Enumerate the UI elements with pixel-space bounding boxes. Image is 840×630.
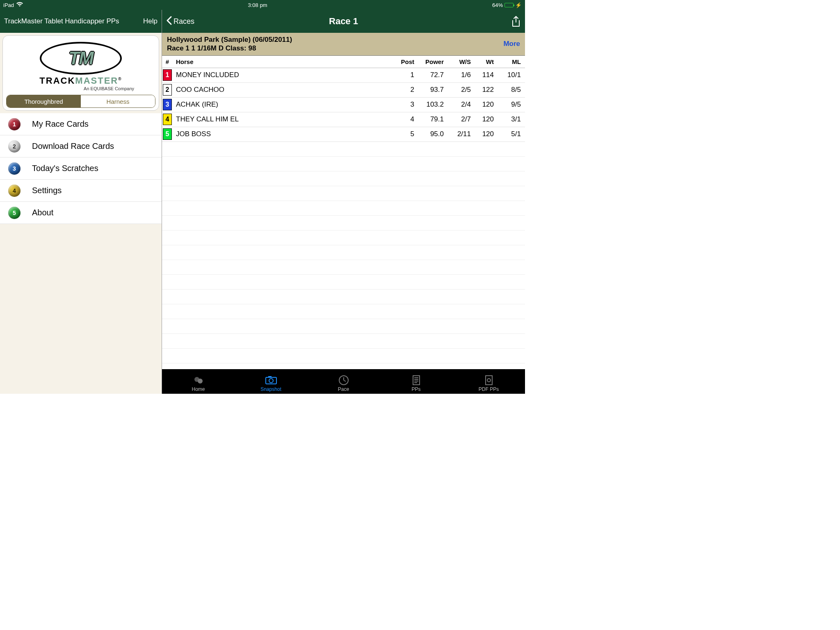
th-ws: W/S [444, 58, 471, 65]
svg-rect-4 [268, 376, 272, 378]
table-body: 1 MONEY INCLUDED 1 72.7 1/6 114 10/1 2 C… [162, 68, 525, 142]
clock: 3:08 pm [248, 2, 267, 8]
menu-label: Settings [32, 186, 62, 195]
cell-ws: 2/5 [444, 86, 471, 94]
cell-horse: MONEY INCLUDED [173, 71, 391, 79]
menu-label: Download Race Cards [32, 142, 114, 151]
menu-my-race-cards[interactable]: 1 My Race Cards [0, 113, 162, 135]
tab-pps[interactable]: PPs [392, 375, 441, 392]
th-horse: Horse [173, 58, 391, 65]
svg-point-8 [487, 379, 491, 382]
cell-ml: 8/5 [494, 86, 521, 94]
cell-wt: 120 [471, 115, 494, 123]
tab-pdf-pps[interactable]: PDF PPs [464, 375, 514, 392]
segment-thoroughbred[interactable]: Thoroughbred [7, 95, 81, 107]
tab-snapshot[interactable]: Snapshot [247, 375, 296, 392]
page-title: Race 1 [162, 16, 525, 27]
table-row[interactable]: 2 COO CACHOO 2 93.7 2/5 122 8/5 [162, 83, 525, 98]
cell-ws: 2/7 [444, 115, 471, 123]
segment-control[interactable]: Thoroughbred Harness [6, 95, 155, 108]
cell-power: 103.2 [414, 100, 444, 109]
menu: 1 My Race Cards 2 Download Race Cards 3 … [0, 113, 162, 224]
th-power: Power [414, 58, 444, 65]
cell-post: 2 [391, 86, 414, 94]
menu-label: Today's Scratches [32, 164, 98, 173]
menu-label: About [32, 208, 53, 217]
segment-harness[interactable]: Harness [81, 95, 155, 107]
device-label: iPad [3, 2, 14, 8]
cell-post: 5 [391, 130, 414, 138]
table-row[interactable]: 5 JOB BOSS 5 95.0 2/11 120 5/1 [162, 127, 525, 142]
logo-text: TRACKMASTER® [39, 75, 122, 86]
share-icon [511, 16, 521, 27]
cell-power: 72.7 [414, 71, 444, 79]
cell-power: 79.1 [414, 115, 444, 123]
tab-pace[interactable]: Pace [319, 375, 368, 392]
svg-point-3 [269, 379, 273, 383]
ball-icon-2: 2 [8, 140, 21, 153]
cell-wt: 120 [471, 100, 494, 109]
table-row[interactable]: 4 THEY CALL HIM EL 4 79.1 2/7 120 3/1 [162, 112, 525, 127]
sidebar: TrackMaster Tablet Handicapper PPs Help … [0, 10, 162, 394]
charging-icon: ⚡ [515, 2, 522, 8]
ball-icon-4: 4 [8, 185, 21, 197]
cell-power: 93.7 [414, 86, 444, 94]
th-ml: ML [494, 58, 521, 65]
main-header: Races Race 1 [162, 10, 525, 33]
pdf-icon [483, 375, 495, 386]
status-bar: iPad 3:08 pm 64% ⚡ [0, 0, 525, 10]
cell-ml: 10/1 [494, 71, 521, 79]
th-post: Post [391, 58, 414, 65]
cell-horse: ACHAK (IRE) [173, 100, 391, 109]
ball-icon-3: 3 [8, 162, 21, 175]
cell-ml: 5/1 [494, 130, 521, 138]
battery-pct: 64% [492, 2, 503, 8]
menu-todays-scratches[interactable]: 3 Today's Scratches [0, 158, 162, 180]
camera-icon [265, 375, 277, 386]
cell-power: 95.0 [414, 130, 444, 138]
cell-wt: 122 [471, 86, 494, 94]
cell-ws: 1/6 [444, 71, 471, 79]
tab-home[interactable]: Home [174, 375, 223, 392]
cell-horse: JOB BOSS [173, 130, 391, 138]
saddle-cloth-2: 2 [163, 84, 172, 96]
menu-about[interactable]: 5 About [0, 202, 162, 224]
svg-rect-7 [486, 376, 492, 385]
tab-label: PPs [411, 386, 420, 392]
more-button[interactable]: More [503, 40, 520, 48]
saddle-cloth-5: 5 [163, 128, 172, 140]
race-info-bar: Hollywood Park (Sample) (06/05/2011) Rac… [162, 33, 525, 56]
cell-wt: 114 [471, 71, 494, 79]
clock-icon [338, 375, 350, 386]
share-button[interactable] [511, 16, 521, 27]
cell-ws: 2/4 [444, 100, 471, 109]
race-info-line1: Hollywood Park (Sample) (06/05/2011) [167, 35, 503, 44]
cell-post: 3 [391, 100, 414, 109]
cell-post: 4 [391, 115, 414, 123]
logo-card: TM TRACKMASTER® An EQUIBASE Company Thor… [2, 35, 159, 111]
wifi-icon [16, 2, 23, 8]
empty-rows [162, 142, 525, 370]
chevron-left-icon [166, 16, 172, 27]
cell-post: 1 [391, 71, 414, 79]
tab-bar: Home Snapshot Pace PPs PDF PPs [162, 369, 525, 394]
tab-label: Pace [338, 386, 349, 392]
menu-download-race-cards[interactable]: 2 Download Race Cards [0, 135, 162, 158]
tab-label: PDF PPs [479, 386, 499, 392]
table-row[interactable]: 1 MONEY INCLUDED 1 72.7 1/6 114 10/1 [162, 68, 525, 83]
menu-settings[interactable]: 4 Settings [0, 180, 162, 202]
tab-label: Snapshot [260, 386, 281, 392]
svg-rect-6 [413, 376, 420, 385]
help-button[interactable]: Help [143, 17, 158, 25]
table-row[interactable]: 3 ACHAK (IRE) 3 103.2 2/4 120 9/5 [162, 98, 525, 112]
th-wt: Wt [471, 58, 494, 65]
document-icon [410, 375, 422, 386]
race-info-line2: Race 1 1 1/16M D Class: 98 [167, 44, 503, 52]
cell-ml: 3/1 [494, 115, 521, 123]
sidebar-header: TrackMaster Tablet Handicapper PPs Help [0, 10, 162, 33]
saddle-cloth-3: 3 [163, 99, 172, 110]
tab-label: Home [192, 386, 205, 392]
cell-ml: 9/5 [494, 100, 521, 109]
menu-label: My Race Cards [32, 119, 89, 129]
back-button[interactable]: Races [166, 16, 194, 27]
